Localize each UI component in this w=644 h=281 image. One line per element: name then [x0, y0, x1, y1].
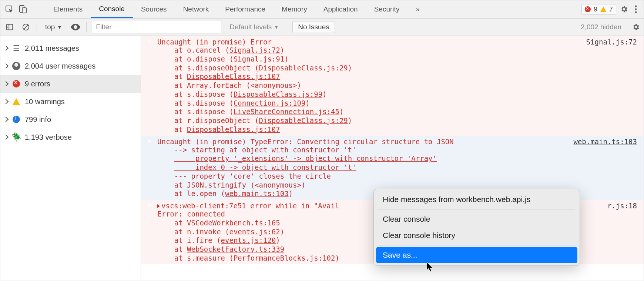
sidebar-label: 1,193 verbose: [25, 133, 72, 142]
menu-item-clear-console[interactable]: Clear console: [376, 211, 577, 227]
console-settings-icon[interactable]: [632, 23, 640, 31]
stack-line: at s.dispose (Connection.js:109): [157, 99, 644, 108]
source-link[interactable]: DisposableClass.js:99: [234, 90, 322, 98]
inspect-element-icon[interactable]: [4, 4, 15, 15]
warning-icon: [13, 98, 20, 105]
stack-line: at DisposableClass.js:107: [157, 125, 644, 134]
source-link[interactable]: WebSocketFactory.ts:339: [187, 245, 284, 253]
source-link[interactable]: property '_extensions' -> object with co…: [174, 154, 437, 162]
sidebar-item-errors[interactable]: 9 errors: [0, 75, 141, 93]
sidebar-label: 2,011 messages: [25, 44, 79, 53]
clear-console-icon[interactable]: [20, 22, 31, 33]
source-link[interactable]: DisposableClass.js:107: [187, 72, 280, 80]
error-icon: [146, 202, 153, 209]
source-link[interactable]: DisposableClass.js:29: [259, 116, 348, 125]
tab-list: Elements Console Sources Network Perform…: [45, 0, 428, 18]
stack-line: --> starting at object with constructor …: [157, 146, 644, 155]
caret-right-icon: [3, 63, 9, 69]
tab-application[interactable]: Application: [315, 0, 366, 18]
log-head: Uncaught (in promise) Error: [157, 38, 644, 46]
filter-input[interactable]: [92, 21, 221, 33]
log-head: Uncaught (in promise) TypeError: Convert…: [157, 138, 644, 146]
separator: [378, 245, 575, 245]
source-link[interactable]: DisposableClass.js:107: [187, 125, 280, 133]
separator: [37, 22, 37, 32]
error-dot-icon: [585, 6, 591, 12]
context-menu: Hide messages from workbench.web.api.js …: [373, 189, 580, 266]
tab-overflow[interactable]: »: [407, 0, 428, 18]
warning-count: 7: [609, 6, 613, 13]
caret-right-icon: [3, 99, 9, 104]
cursor-icon: [427, 262, 434, 272]
menu-item-save-as[interactable]: Save as...: [376, 247, 577, 263]
sidebar-label: 799 info: [25, 115, 51, 124]
sidebar-label: 9 errors: [25, 80, 50, 88]
source-link[interactable]: DisposableClass.js:29: [259, 64, 348, 72]
sidebar-label: 2,004 user messages: [25, 62, 95, 70]
caret-right-icon: [3, 81, 9, 86]
stack-line: at s.dispose (DisposableClass.js:99): [157, 90, 644, 99]
live-expression-icon[interactable]: [70, 22, 81, 33]
caret-right-icon: [3, 46, 9, 51]
sidebar-item-user-messages[interactable]: 2,004 user messages: [0, 57, 141, 75]
source-link[interactable]: Connection.js:109: [234, 99, 305, 107]
svg-point-10: [74, 26, 77, 28]
source-link[interactable]: events.js:62: [229, 228, 280, 236]
source-link[interactable]: events.js:120: [221, 236, 276, 244]
context-selector[interactable]: top ▼: [42, 23, 65, 31]
svg-point-4: [635, 9, 637, 10]
sidebar-item-warnings[interactable]: 10 warnings: [0, 93, 141, 110]
stack-trace: at o.cancel (Signal.js:72) at o.dispose …: [157, 46, 644, 134]
kebab-menu-icon[interactable]: [632, 5, 640, 13]
context-label: top: [45, 23, 55, 31]
log-entry[interactable]: Signal.js:72 Uncaught (in promise) Error…: [141, 36, 644, 136]
user-icon: [12, 62, 20, 70]
level-label: Default levels: [229, 23, 272, 31]
tab-security[interactable]: Security: [366, 0, 408, 18]
source-link[interactable]: LiveShareConnection.js:45: [234, 108, 339, 116]
issues-button[interactable]: No Issues: [292, 21, 335, 33]
gear-icon[interactable]: [620, 5, 628, 13]
sidebar-item-messages[interactable]: ☰ 2,011 messages: [0, 39, 141, 57]
log-source-link[interactable]: web.main.ts:103: [573, 138, 637, 146]
tab-console[interactable]: Console: [91, 0, 133, 18]
log-level-selector[interactable]: Default levels ▼: [227, 23, 282, 31]
stack-line: property '_extensions' -> object with co…: [157, 154, 644, 163]
svg-rect-2: [22, 8, 26, 13]
source-link[interactable]: Signal.js:72: [229, 46, 280, 54]
separator: [33, 4, 33, 14]
separator: [86, 22, 87, 32]
tab-elements[interactable]: Elements: [45, 0, 91, 18]
error-icon: [146, 39, 153, 45]
stack-line: index 0 -> object with constructor 't': [157, 163, 644, 172]
stack-line: at Array.forEach (<anonymous>): [157, 81, 644, 90]
stack-line: at DisposableClass.js:107: [157, 72, 644, 81]
device-toolbar-icon[interactable]: [17, 4, 28, 15]
caret-right-icon: [3, 135, 9, 140]
devtools-tabbar: Elements Console Sources Network Perform…: [0, 0, 644, 19]
stack-line: --- property 'core' closes the circle: [157, 172, 644, 181]
log-source-link[interactable]: r.js:18: [607, 202, 637, 210]
source-link[interactable]: index 0 -> object with constructor 't': [174, 163, 356, 171]
stack-line: at o.dispose (Signal.js:91): [157, 55, 644, 64]
source-link[interactable]: Signal.js:91: [234, 55, 284, 63]
error-warning-badge[interactable]: 9 7: [581, 4, 616, 15]
caret-right-icon[interactable]: [157, 204, 160, 208]
svg-point-3: [635, 6, 637, 7]
stack-line: at s.disposeObject (DisposableClass.js:2…: [157, 64, 644, 73]
svg-line-9: [24, 25, 28, 30]
menu-item-clear-history[interactable]: Clear console history: [376, 227, 577, 244]
sidebar-item-verbose[interactable]: 🪲 1,193 verbose: [0, 128, 141, 146]
sidebar-item-info[interactable]: 799 info: [0, 110, 141, 128]
tab-performance[interactable]: Performance: [217, 0, 274, 18]
menu-item-hide-messages[interactable]: Hide messages from workbench.web.api.js: [376, 191, 577, 208]
stack-line: at o.cancel (Signal.js:72): [157, 46, 644, 55]
source-link[interactable]: VSCodeWorkbench.ts:165: [187, 219, 280, 227]
hidden-count-label: 2,002 hidden: [581, 23, 621, 31]
source-link[interactable]: web.main.ts:103: [225, 189, 289, 198]
toggle-sidebar-icon[interactable]: [4, 22, 15, 33]
tab-sources[interactable]: Sources: [133, 0, 175, 18]
tab-memory[interactable]: Memory: [274, 0, 315, 18]
tab-network[interactable]: Network: [175, 0, 217, 18]
log-source-link[interactable]: Signal.js:72: [586, 38, 637, 46]
